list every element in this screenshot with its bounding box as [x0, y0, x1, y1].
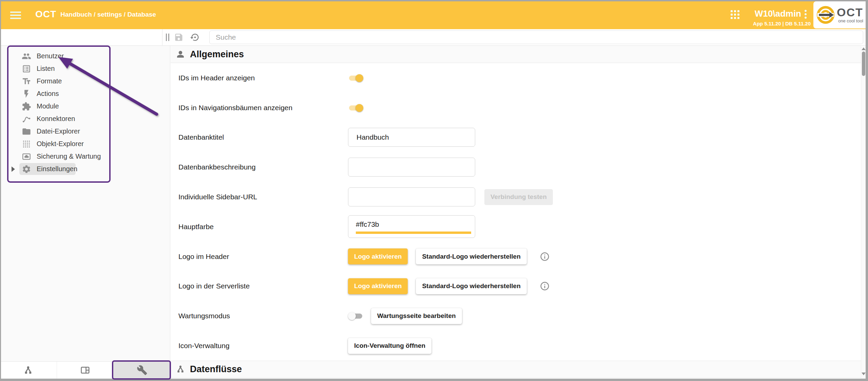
search-input[interactable]: [209, 31, 863, 44]
sidebar-item-konnektoren[interactable]: Konnektoren: [0, 113, 170, 125]
sidebar-item-datei-explorer[interactable]: Datei-Explorer: [0, 125, 170, 138]
setting-row-logo-header: Logo im Header Logo aktivieren Standard-…: [171, 242, 861, 272]
folder-icon: [22, 127, 31, 136]
setting-label: Icon-Verwaltung: [171, 342, 348, 350]
logo-title: OCT: [837, 6, 863, 18]
window-frame: [866, 0, 868, 381]
hamburger-menu-icon[interactable]: [10, 12, 21, 21]
verbindung-testen-button[interactable]: Verbindung testen: [484, 189, 553, 205]
puzzle-icon: [22, 102, 31, 111]
setting-label: Logo im Header: [171, 253, 348, 261]
standard-logo-wiederherstellen-button[interactable]: Standard-Logo wiederherstellen: [416, 248, 526, 264]
grid-dots-icon: [22, 139, 31, 149]
sidebar-item-listen[interactable]: Listen: [0, 62, 170, 75]
section-title: Allgemeines: [190, 49, 244, 60]
vertical-scrollbar[interactable]: [861, 46, 866, 379]
color-swatch-bar: [356, 232, 471, 234]
logo-aktivieren-button[interactable]: Logo aktivieren: [348, 278, 408, 294]
oct-logo-icon: [816, 5, 835, 24]
text-format-icon: [22, 77, 31, 86]
sidebar-item-label: Benutzer: [37, 52, 64, 60]
setting-row-wartungsmodus: Wartungsmodus Wartungsseite bearbeiten: [171, 301, 861, 331]
sidebar-url-input[interactable]: [348, 187, 475, 206]
tab-dataflows[interactable]: [0, 362, 57, 379]
scroll-down-icon[interactable]: [862, 373, 866, 375]
sidebar-item-label: Objekt-Explorer: [37, 140, 84, 148]
sidebar-item-sicherung-wartung[interactable]: Sicherung & Wartung: [0, 150, 170, 163]
setting-row-ids-header: IDs im Header anzeigen: [171, 63, 861, 93]
sidebar-item-label: Konnektoren: [37, 115, 75, 123]
logo-aktivieren-button[interactable]: Logo aktivieren: [348, 248, 408, 264]
kebab-menu-icon[interactable]: [805, 10, 807, 20]
backup-icon: [22, 152, 31, 161]
setting-label: Wartungsmodus: [171, 312, 348, 320]
version-info: App 5.11.20 | DB 5.11.20: [699, 21, 811, 26]
gear-icon: [22, 164, 31, 174]
standard-logo-wiederherstellen-button[interactable]: Standard-Logo wiederherstellen: [416, 278, 526, 294]
datenbankbeschreibung-input[interactable]: [348, 158, 475, 177]
sidebar-item-benutzer[interactable]: Benutzer: [0, 50, 170, 62]
sidebar-item-label: Actions: [37, 90, 59, 98]
tree-expander-icon[interactable]: [12, 166, 15, 172]
setting-label: Datenbanktitel: [171, 133, 348, 141]
setting-row-ids-navtree: IDs in Navigationsbäumen anzeigen: [171, 93, 861, 123]
sidebar-item-formate[interactable]: Formate: [0, 75, 170, 87]
setting-label: Individuelle Sidebar-URL: [171, 193, 348, 201]
breadcrumb: Handbuch / settings / Database: [60, 11, 156, 18]
history-restore-icon[interactable]: [190, 33, 200, 42]
toolbar-divider: [162, 29, 162, 45]
person-icon: [176, 49, 185, 59]
toggle-ids-navtree[interactable]: [348, 104, 363, 112]
brand-logo: OCT one cool tool: [813, 1, 866, 28]
settings-pane: Allgemeines IDs im Header anzeigen IDs i…: [171, 46, 861, 379]
setting-label: Logo in der Serverliste: [171, 282, 348, 290]
sidebar-item-label: Datei-Explorer: [37, 127, 80, 135]
list-icon: [22, 64, 31, 74]
setting-row-logo-serverliste: Logo in der Serverliste Logo aktivieren …: [171, 272, 861, 301]
sidebar-item-label: Module: [37, 102, 59, 110]
wrench-icon: [137, 365, 147, 375]
setting-label: IDs in Navigationsbäumen anzeigen: [171, 104, 348, 112]
info-icon[interactable]: [540, 252, 550, 262]
sidebar-item-einstellungen[interactable]: Einstellungen: [0, 163, 170, 175]
wartungsseite-bearbeiten-button[interactable]: Wartungsseite bearbeiten: [371, 308, 462, 324]
toggle-ids-header[interactable]: [348, 74, 363, 82]
navigation-tree: Benutzer Listen Formate Actions Module K…: [0, 46, 170, 175]
tab-panels[interactable]: [57, 362, 114, 379]
window-frame: [0, 379, 868, 381]
user-menu[interactable]: W10\admin: [729, 8, 801, 19]
datenbanktitel-input[interactable]: [348, 128, 475, 147]
setting-label: IDs im Header anzeigen: [171, 74, 348, 82]
connector-icon: [22, 114, 31, 124]
info-icon[interactable]: [540, 281, 550, 291]
setting-row-sidebar-url: Individuelle Sidebar-URL Verbindung test…: [171, 182, 861, 212]
sidebar-item-actions[interactable]: Actions: [0, 87, 170, 100]
app-title: OCT: [35, 9, 56, 20]
app-header: OCT Handbuch / settings / Database W10\a…: [0, 0, 868, 29]
setting-row-hauptfarbe: Hauptfarbe: [171, 212, 861, 242]
hauptfarbe-field[interactable]: [348, 215, 475, 238]
section-header-allgemeines: Allgemeines: [171, 46, 861, 63]
sidebar-item-objekt-explorer[interactable]: Objekt-Explorer: [0, 138, 170, 150]
setting-row-datenbanktitel: Datenbanktitel: [171, 123, 861, 153]
flow-icon: [176, 364, 185, 374]
sidebar-item-label: Formate: [37, 77, 62, 85]
toolbar: [0, 29, 868, 46]
panel-icon: [80, 365, 90, 375]
flow-icon: [23, 365, 33, 375]
toggle-wartungsmodus[interactable]: [348, 312, 363, 320]
tab-settings[interactable]: [114, 362, 170, 379]
drag-handle[interactable]: [166, 34, 169, 41]
sidebar-item-module[interactable]: Module: [0, 100, 170, 113]
logo-subtitle: one cool tool: [838, 18, 863, 23]
hauptfarbe-input[interactable]: [348, 216, 475, 230]
sidebar-item-label: Listen: [37, 65, 55, 73]
icon-verwaltung-oeffnen-button[interactable]: Icon-Verwaltung öffnen: [348, 338, 431, 354]
scroll-up-icon[interactable]: [862, 47, 866, 50]
users-icon: [22, 52, 31, 61]
setting-row-datenbankbeschreibung: Datenbankbeschreibung: [171, 152, 861, 182]
save-icon[interactable]: [174, 33, 184, 42]
settings-rows: IDs im Header anzeigen IDs in Navigation…: [171, 63, 861, 361]
section-header-datenfluesse: Datenflüsse: [171, 361, 861, 378]
scrollbar-thumb[interactable]: [862, 52, 865, 76]
